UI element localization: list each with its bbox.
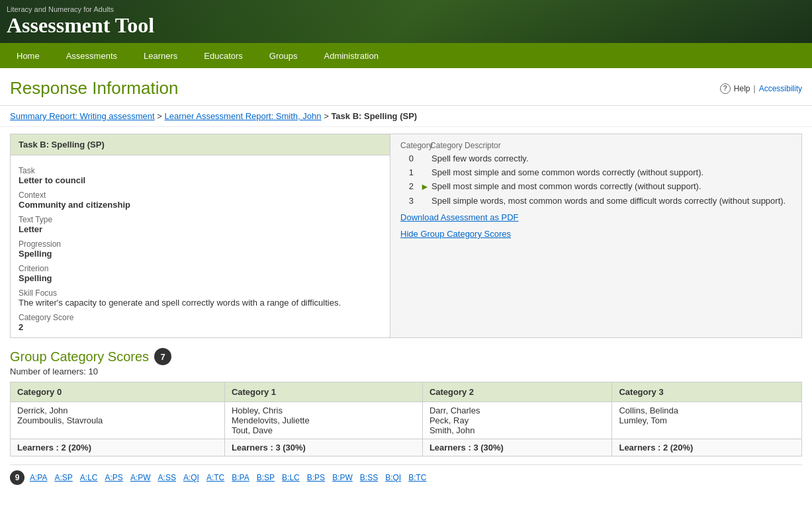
link-apa[interactable]: A:PA [28, 473, 49, 482]
field-value-context: Community and citizenship [19, 200, 382, 210]
cat-header-row: Category Category Descriptor [400, 141, 791, 150]
breadcrumb-link1[interactable]: Summary Report: Writing assessment [10, 111, 155, 121]
link-bpa[interactable]: B:PA [230, 473, 251, 482]
link-blc[interactable]: B:LC [280, 473, 302, 482]
field-value-progression: Spelling [19, 249, 382, 259]
cat3-learner-1: Lumley, Tom [619, 415, 667, 425]
cat1-learner-1: Mendelovits, Juliette [232, 415, 310, 425]
nav-home[interactable]: Home [3, 43, 53, 68]
field-label-skillfocus: Skill Focus [19, 288, 382, 298]
cat-desc-1: Spell most simple and some common words … [431, 167, 791, 177]
cat2-learner-1: Peck, Ray [429, 415, 469, 425]
nav-learners[interactable]: Learners [130, 43, 191, 68]
cat3-learner-0: Collins, Belinda [619, 406, 678, 415]
cat0-learner-1: Zoumboulis, Stavroula [17, 415, 103, 425]
link-aqi[interactable]: A:QI [181, 473, 201, 482]
nav: Home Assessments Learners Educators Grou… [0, 43, 812, 68]
breadcrumb: Summary Report: Writing assessment > Lea… [0, 106, 812, 127]
nav-administration[interactable]: Administration [311, 43, 392, 68]
info-table: Task B: Spelling (SP) Task Letter to cou… [10, 134, 802, 338]
help-link[interactable]: Help [734, 84, 750, 93]
cat-row-1: 1 Spell most simple and some common word… [400, 167, 791, 177]
cat-desc-0: Spell few words correctly. [431, 153, 791, 163]
link-bqi[interactable]: B:QI [383, 473, 403, 482]
link-btc[interactable]: B:TC [406, 473, 428, 482]
nav-groups[interactable]: Groups [256, 43, 311, 68]
learner-count: Number of learners: 10 [10, 366, 802, 376]
cat-row-0: 0 Spell few words correctly. [400, 153, 791, 163]
main-content: Task B: Spelling (SP) Task Letter to cou… [0, 127, 812, 497]
cat1-learner-2: Tout, Dave [232, 425, 273, 435]
nav-assessments[interactable]: Assessments [53, 43, 130, 68]
bottom-badge: 9 [10, 470, 24, 485]
page-title: Response Information [10, 78, 178, 99]
cat2-learner-0: Darr, Charles [429, 406, 480, 415]
breadcrumb-arrow1: > [157, 111, 164, 121]
cat0-learners: Derrick, John Zoumboulis, Stavroula [11, 402, 225, 439]
link-asp[interactable]: A:SP [52, 473, 74, 482]
cat-row-2: 2 ► Spell most simple and most common wo… [400, 181, 791, 192]
header-title: Literacy and Numeracy for Adults Assessm… [7, 5, 154, 38]
cat-num-3: 3 [400, 196, 420, 206]
link-bsp[interactable]: B:SP [255, 473, 277, 482]
header-main-title: Assessment Tool [7, 13, 154, 38]
group-title-row: Group Category Scores 7 [10, 348, 802, 365]
header: Literacy and Numeracy for Adults Assessm… [0, 0, 812, 43]
cat-desc-3: Spell simple words, most common words an… [431, 196, 791, 206]
cat-row-3: 3 Spell simple words, most common words … [400, 196, 791, 206]
col-header-cat3: Category 3 [612, 382, 802, 402]
col-header-cat1: Category 1 [224, 382, 422, 402]
cat0-footer: Learners : 2 (20%) [11, 439, 225, 456]
right-panel: Category Category Descriptor 0 Spell few… [390, 134, 802, 338]
link-ass[interactable]: A:SS [156, 473, 178, 482]
cat2-footer: Learners : 3 (30%) [422, 439, 612, 456]
breadcrumb-current: Task B: Spelling (SP) [331, 111, 417, 121]
cat-desc-2: Spell most simple and most common words … [431, 181, 791, 191]
cat-num-0: 0 [400, 153, 420, 163]
link-apw[interactable]: A:PW [128, 473, 153, 482]
cat3-footer: Learners : 2 (20%) [612, 439, 802, 456]
group-section: Group Category Scores 7 Number of learne… [10, 348, 802, 456]
group-badge: 7 [154, 348, 171, 365]
cat2-learners: Darr, Charles Peck, Ray Smith, John [422, 402, 612, 439]
field-label-progression: Progression [19, 239, 382, 249]
link-alc[interactable]: A:LC [78, 473, 100, 482]
help-icon: ? [720, 83, 731, 94]
cat-num-1: 1 [400, 167, 420, 177]
field-value-task: Letter to council [19, 175, 382, 185]
scores-table: Category 0 Category 1 Category 2 Categor… [10, 382, 802, 456]
breadcrumb-link2[interactable]: Learner Assessment Report: Smith, John [165, 111, 322, 121]
cat1-footer: Learners : 3 (30%) [224, 439, 422, 456]
separator: | [754, 84, 756, 93]
field-label-texttype: Text Type [19, 215, 382, 224]
cat2-learner-2: Smith, John [429, 425, 475, 435]
group-title: Group Category Scores [10, 349, 149, 365]
col-header-cat2: Category 2 [422, 382, 612, 402]
cat0-learner-0: Derrick, John [17, 406, 68, 415]
cat3-learners: Collins, Belinda Lumley, Tom [612, 402, 802, 439]
cat-arrow-2: ► [420, 181, 430, 192]
col-header-cat0: Category 0 [11, 382, 225, 402]
hide-scores-link[interactable]: Hide Group Category Scores [400, 229, 791, 239]
field-value-skillfocus: The writer's capacity to generate and sp… [19, 298, 382, 308]
top-area: Response Information ? Help | Accessibil… [0, 68, 812, 106]
cat1-learners: Hobley, Chris Mendelovits, Juliette Tout… [224, 402, 422, 439]
link-aps[interactable]: A:PS [103, 473, 125, 482]
download-pdf-link[interactable]: Download Assessment as PDF [400, 212, 791, 222]
cat-header-num: Category [400, 141, 420, 150]
accessibility-link[interactable]: Accessibility [759, 84, 802, 93]
link-bss[interactable]: B:SS [358, 473, 380, 482]
bottom-links: 9 A:PA A:SP A:LC A:PS A:PW A:SS A:QI A:T… [10, 464, 802, 490]
cat-num-2: 2 [400, 181, 420, 191]
field-label-task: Task [19, 166, 382, 175]
link-atc[interactable]: A:TC [204, 473, 226, 482]
left-panel-header: Task B: Spelling (SP) [11, 134, 390, 155]
link-bpw[interactable]: B:PW [330, 473, 355, 482]
help-area: ? Help | Accessibility [720, 83, 802, 94]
link-bps[interactable]: B:PS [305, 473, 327, 482]
left-panel: Task B: Spelling (SP) Task Letter to cou… [11, 134, 390, 338]
nav-educators[interactable]: Educators [191, 43, 256, 68]
field-value-catscore: 2 [19, 322, 382, 332]
header-subtitle: Literacy and Numeracy for Adults [7, 5, 154, 13]
field-label-context: Context [19, 191, 382, 200]
